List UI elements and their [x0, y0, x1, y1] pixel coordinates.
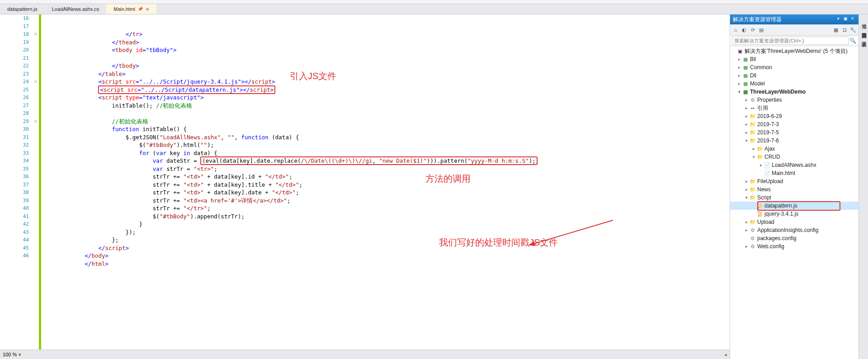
tree-item-2019-7-3[interactable]: ▸📁2019-7-3: [730, 120, 859, 128]
tab-datapattern-js[interactable]: datapattern.js: [0, 4, 45, 14]
tree-item-crud[interactable]: ▾📁CRUD: [730, 153, 859, 161]
outline-marker[interactable]: [33, 213, 39, 221]
outline-marker[interactable]: [33, 252, 39, 260]
outline-marker[interactable]: [33, 133, 39, 142]
tree-item-fileupload[interactable]: ▸📁FileUpload: [730, 177, 859, 185]
outline-marker[interactable]: [33, 125, 39, 133]
se-search-input[interactable]: [732, 37, 849, 45]
expand-icon[interactable]: ▾: [744, 138, 749, 143]
outline-marker[interactable]: [33, 244, 39, 252]
back-icon[interactable]: ◐: [741, 26, 748, 33]
expand-icon[interactable]: ▸: [751, 146, 756, 151]
wrench-icon[interactable]: 🔧: [849, 26, 857, 33]
expand-icon[interactable]: ▸: [736, 81, 742, 86]
solution-root[interactable]: ▣解决方案'ThreeLayerWebDemo' (5 个项目): [730, 47, 859, 55]
outline-marker[interactable]: [33, 62, 39, 70]
tool-icon[interactable]: ▤: [758, 26, 765, 33]
outline-marker[interactable]: [33, 38, 39, 47]
side-tab-诊断工具[interactable]: 诊断工具: [859, 35, 868, 41]
se-dropdown-icon[interactable]: ▾: [835, 16, 841, 23]
expand-icon[interactable]: ▸: [736, 73, 742, 78]
outline-marker[interactable]: ⊟: [33, 30, 39, 38]
tree-item-2019-7-6[interactable]: ▾📁2019-7-6: [730, 137, 859, 145]
expand-icon[interactable]: ▸: [744, 114, 749, 118]
tree-item-loadallnews-ashx[interactable]: ▸📄LoadAllNews.ashx: [730, 161, 859, 169]
expand-icon[interactable]: ▾: [751, 155, 756, 159]
tab-loadallnews-ashx-cs[interactable]: LoadAllNews.ashx.cs: [45, 4, 107, 14]
expand-icon[interactable]: ▾: [736, 90, 742, 94]
pin-icon[interactable]: 📌: [138, 7, 143, 11]
tree-item-2019-6-29[interactable]: ▸📁2019-6-29: [730, 112, 859, 120]
outline-marker[interactable]: [33, 204, 39, 213]
outline-marker[interactable]: [33, 149, 39, 157]
outline-marker[interactable]: [33, 228, 39, 236]
tree-item-bll[interactable]: ▸▦Bll: [730, 55, 859, 63]
tree-item-model[interactable]: ▸▦Model: [730, 80, 859, 88]
outline-marker[interactable]: [33, 70, 39, 78]
outline-marker[interactable]: [33, 102, 39, 110]
tree-item-script[interactable]: ▾📁Script: [730, 194, 859, 202]
expand-icon[interactable]: ▸: [744, 106, 749, 110]
tree-item-common[interactable]: ▸▦Common: [730, 63, 859, 71]
expand-icon[interactable]: ▸: [736, 65, 742, 70]
home-icon[interactable]: ⌂: [732, 26, 739, 33]
tree-item-properties[interactable]: ▸⚙Properties: [730, 96, 859, 104]
outline-marker[interactable]: [33, 86, 39, 94]
tree-item-news[interactable]: ▸📁News: [730, 185, 859, 194]
expand-icon[interactable]: ▸: [744, 179, 749, 184]
tree-item-ajax[interactable]: ▸📁Ajax: [730, 145, 859, 153]
show-icon[interactable]: ▦: [832, 26, 840, 33]
scroll-left-icon[interactable]: ◂: [724, 352, 727, 358]
outline-marker[interactable]: [33, 197, 39, 205]
tree-item-packages-config[interactable]: ⚙packages.config: [730, 234, 859, 242]
outline-marker[interactable]: [33, 14, 39, 23]
outline-marker[interactable]: [33, 165, 39, 173]
tree-item-threelayerwebdemo[interactable]: ▾▦ThreeLayerWebDemo: [730, 88, 859, 96]
expand-icon[interactable]: ▸: [758, 163, 764, 167]
tree-item-datapattern-js[interactable]: 📜datapattern.js: [730, 202, 859, 210]
outline-marker[interactable]: [33, 54, 39, 62]
tree-item-main-html[interactable]: 📄Main.html: [730, 169, 859, 177]
se-close-icon[interactable]: ✕: [849, 16, 856, 23]
close-icon[interactable]: ✕: [146, 7, 149, 12]
expand-icon[interactable]: ▾: [744, 195, 749, 200]
outline-marker[interactable]: [33, 189, 39, 197]
tree-item-web-config[interactable]: ▸⚙Web.config: [730, 242, 859, 250]
outline-marker[interactable]: [33, 94, 39, 102]
outline-marker[interactable]: [33, 23, 39, 31]
outline-marker[interactable]: [33, 173, 39, 181]
expand-icon[interactable]: ▸: [744, 130, 749, 135]
search-icon[interactable]: 🔍: [849, 37, 857, 45]
expand-icon[interactable]: ▸: [744, 228, 749, 232]
tab-main-html[interactable]: Main.html📌✕: [106, 4, 156, 14]
expand-icon[interactable]: ▸: [744, 244, 749, 249]
props-icon[interactable]: ⊡: [841, 26, 848, 33]
expand-icon[interactable]: ▸: [744, 220, 749, 224]
tree-item-2019-7-5[interactable]: ▸📁2019-7-5: [730, 128, 859, 137]
expand-icon[interactable]: ▸: [744, 122, 749, 127]
side-tab-解决方案资源管理器[interactable]: 解决方案资源管理器: [859, 26, 868, 32]
zoom-value[interactable]: 100 %: [3, 352, 17, 357]
tree-item-jquery-3-4-1-js[interactable]: 📜jquery-3.4.1.js: [730, 210, 859, 218]
outline-marker[interactable]: [33, 236, 39, 244]
outline-marker[interactable]: [33, 46, 39, 54]
code-area[interactable]: </tr> </thead> <tbody id="tbBody"> </tbo…: [41, 14, 730, 350]
expand-icon[interactable]: ▸: [736, 57, 742, 61]
expand-icon[interactable]: ▸: [744, 187, 749, 192]
tree-item-dll[interactable]: ▸▦Dll: [730, 71, 859, 80]
expand-icon[interactable]: ▸: [744, 98, 749, 102]
tree-item-applicationinsights-config[interactable]: ▸⚙ApplicationInsights.config: [730, 226, 859, 234]
outline-marker[interactable]: [33, 181, 39, 189]
se-pin-icon[interactable]: ▣: [842, 16, 849, 23]
tree-item--[interactable]: ▸▪▪引用: [730, 104, 859, 112]
sync-icon[interactable]: ⟳: [749, 26, 756, 33]
outline-marker[interactable]: [33, 109, 39, 118]
zoom-dropdown-icon[interactable]: ▾: [19, 352, 21, 358]
se-tree[interactable]: ▣解决方案'ThreeLayerWebDemo' (5 个项目)▸▦Bll▸▦C…: [730, 46, 859, 359]
outline-marker[interactable]: ⊟: [33, 78, 39, 86]
outline-marker[interactable]: [33, 157, 39, 165]
outline-marker[interactable]: [33, 220, 39, 228]
outline-marker[interactable]: ⊟: [33, 118, 39, 126]
side-tab-通知[interactable]: 通知: [859, 17, 868, 23]
tree-item-upload[interactable]: ▸📁Upload: [730, 218, 859, 226]
